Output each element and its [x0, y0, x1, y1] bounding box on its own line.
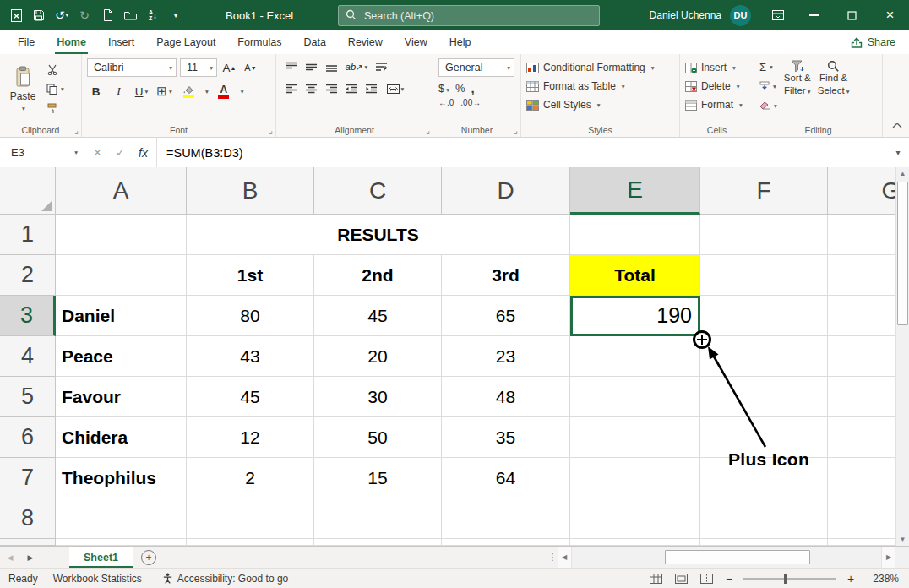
- align-top-button[interactable]: [281, 58, 300, 75]
- cell-c8[interactable]: [314, 498, 442, 539]
- customize-qat-caret-icon[interactable]: ▾: [168, 8, 183, 23]
- align-middle-button[interactable]: [302, 58, 320, 75]
- search-bar[interactable]: [338, 5, 600, 26]
- cell-c9-partial[interactable]: [314, 539, 442, 546]
- maximize-button[interactable]: [833, 0, 871, 30]
- tab-review[interactable]: Review: [337, 30, 394, 54]
- increase-indent-button[interactable]: [362, 80, 381, 97]
- insert-cells-button[interactable]: Insert ▾: [685, 58, 748, 77]
- cell-c6[interactable]: 50: [314, 417, 442, 458]
- cell-e2-total-header[interactable]: Total: [570, 255, 700, 296]
- cell-g3[interactable]: [828, 296, 895, 336]
- cell-c5[interactable]: 30: [314, 377, 442, 417]
- copy-button[interactable]: ▾: [46, 82, 64, 95]
- cell-e7[interactable]: [570, 458, 700, 498]
- paste-button[interactable]: Paste ▾: [5, 58, 41, 119]
- cell-a8[interactable]: [56, 498, 187, 539]
- cell-d8[interactable]: [442, 498, 570, 539]
- cell-e5[interactable]: [570, 377, 700, 417]
- column-header-f[interactable]: F: [700, 167, 828, 215]
- cell-a4[interactable]: Peace: [56, 336, 187, 377]
- cell-b5[interactable]: 45: [187, 377, 314, 417]
- cell-d2[interactable]: 3rd: [442, 255, 570, 296]
- align-center-button[interactable]: [302, 80, 320, 97]
- share-button[interactable]: Share: [851, 36, 895, 48]
- page-layout-view-button[interactable]: [672, 571, 689, 586]
- clipboard-dialog-launcher[interactable]: ⌟: [74, 127, 79, 135]
- decrease-indent-button[interactable]: [342, 80, 361, 97]
- column-header-b[interactable]: B: [187, 167, 314, 215]
- cell-b6[interactable]: 12: [187, 417, 314, 458]
- font-size-select[interactable]: 11 ▾: [180, 58, 217, 77]
- open-folder-icon[interactable]: [122, 8, 138, 23]
- column-header-e[interactable]: E: [570, 167, 700, 215]
- row-header-8[interactable]: 8: [0, 498, 56, 539]
- insert-function-icon[interactable]: fx: [132, 146, 155, 160]
- minimize-button[interactable]: [795, 0, 833, 30]
- font-family-select[interactable]: Calibri ▾: [87, 58, 177, 77]
- autosum-button[interactable]: Σ▾: [759, 58, 777, 75]
- cell-d3[interactable]: 65: [442, 296, 570, 336]
- bold-button[interactable]: B: [87, 83, 105, 101]
- cell-a5[interactable]: Favour: [56, 377, 187, 417]
- formula-input[interactable]: =SUM(B3:D3): [157, 138, 887, 167]
- row-header-2[interactable]: 2: [0, 255, 56, 296]
- underline-button[interactable]: U▾: [133, 83, 150, 101]
- tab-help[interactable]: Help: [438, 30, 482, 54]
- vertical-scroll-thumb[interactable]: [897, 182, 908, 325]
- orientation-button[interactable]: ab ↗ ▾: [342, 58, 371, 75]
- cell-f4[interactable]: [700, 336, 828, 377]
- cell-f2[interactable]: [700, 255, 828, 296]
- expand-formula-bar-caret-icon[interactable]: ▾: [887, 138, 909, 167]
- conditional-formatting-button[interactable]: Conditional Formatting ▾: [526, 58, 674, 77]
- cell-c7[interactable]: 15: [314, 458, 442, 498]
- column-header-c[interactable]: C: [314, 167, 442, 215]
- tab-formulas[interactable]: Formulas: [226, 30, 292, 54]
- tab-insert[interactable]: Insert: [97, 30, 145, 54]
- cell-e8[interactable]: [570, 498, 700, 539]
- currency-format-button[interactable]: $▾: [438, 82, 449, 95]
- scrollbar-splitter-icon[interactable]: ⋮: [547, 547, 558, 568]
- row-header-1[interactable]: 1: [0, 215, 56, 255]
- cell-d9-partial[interactable]: [442, 539, 570, 546]
- cell-d4[interactable]: 23: [442, 336, 570, 377]
- find-select-button[interactable]: Find & Select▾: [818, 58, 850, 114]
- comma-format-button[interactable]: ,: [471, 81, 475, 95]
- normal-view-button[interactable]: [647, 571, 664, 586]
- cell-g6[interactable]: [828, 417, 895, 458]
- cell-g8[interactable]: [828, 498, 895, 539]
- format-painter-button[interactable]: [46, 101, 64, 115]
- vertical-scrollbar[interactable]: ▲ ▼: [895, 167, 909, 546]
- tab-view[interactable]: View: [394, 30, 438, 54]
- zoom-in-button[interactable]: +: [845, 572, 857, 585]
- horizontal-scrollbar[interactable]: ◀ ▶: [558, 547, 895, 568]
- row-header-9-partial[interactable]: [0, 539, 56, 546]
- sort-filter-button[interactable]: Sort & Filter▾: [784, 58, 811, 114]
- align-right-button[interactable]: [322, 80, 340, 97]
- workbook-statistics-button[interactable]: Workbook Statistics: [53, 573, 142, 585]
- cell-c4[interactable]: 20: [314, 336, 442, 377]
- horizontal-scroll-thumb[interactable]: [665, 550, 810, 564]
- cell-a9-partial[interactable]: [56, 539, 187, 546]
- cell-styles-button[interactable]: Cell Styles ▾: [526, 95, 674, 114]
- cell-g5[interactable]: [828, 377, 895, 417]
- row-header-6[interactable]: 6: [0, 417, 56, 458]
- column-header-d[interactable]: D: [442, 167, 570, 215]
- cell-b4[interactable]: 43: [187, 336, 314, 377]
- cell-b7[interactable]: 2: [187, 458, 314, 498]
- row-header-3[interactable]: 3: [0, 296, 56, 336]
- scroll-left-icon[interactable]: ◀: [558, 547, 571, 568]
- scroll-down-icon[interactable]: ▼: [896, 533, 909, 546]
- align-left-button[interactable]: [281, 80, 300, 97]
- alignment-dialog-launcher[interactable]: ⌟: [426, 127, 430, 135]
- ribbon-display-options-icon[interactable]: [761, 0, 795, 30]
- row-header-7[interactable]: 7: [0, 458, 56, 498]
- format-as-table-button[interactable]: Format as Table ▾: [526, 77, 674, 95]
- cell-b2[interactable]: 1st: [187, 255, 314, 296]
- font-dialog-launcher[interactable]: ⌟: [269, 127, 273, 135]
- cell-b3[interactable]: 80: [187, 296, 314, 336]
- number-format-select[interactable]: General ▾: [438, 58, 514, 77]
- accessibility-status-button[interactable]: Accessibility: Good to go: [162, 573, 288, 585]
- decrease-font-size-button[interactable]: A▼: [242, 59, 259, 77]
- clear-button[interactable]: ▾: [759, 97, 777, 114]
